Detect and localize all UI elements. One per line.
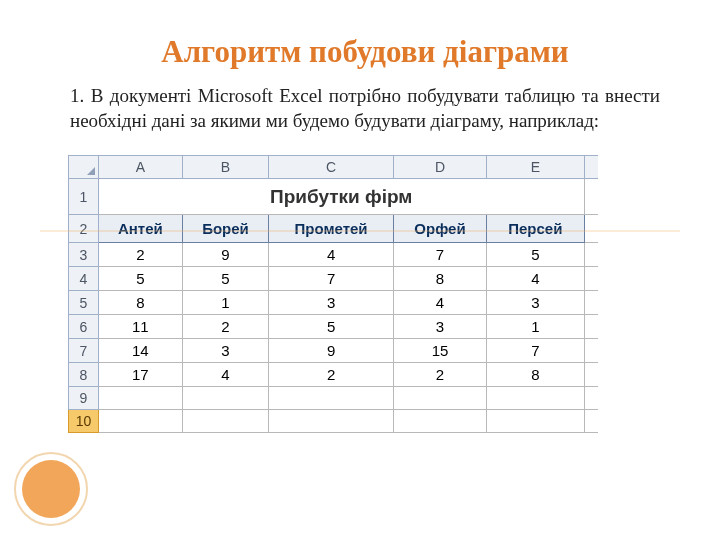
table-row: 4 5 5 7 8 4 — [69, 267, 599, 291]
cell-C6[interactable]: 5 — [269, 315, 394, 339]
row-num-1[interactable]: 1 — [69, 179, 99, 215]
cell-B9[interactable] — [182, 387, 268, 410]
table-row: 5 8 1 3 4 3 — [69, 291, 599, 315]
row-num-10[interactable]: 10 — [69, 410, 99, 433]
decorative-circle-icon — [22, 460, 80, 518]
col-letter-C[interactable]: C — [269, 156, 394, 179]
cell-A6[interactable]: 11 — [99, 315, 183, 339]
cell-B8[interactable]: 4 — [182, 363, 268, 387]
cell-F5[interactable] — [584, 291, 598, 315]
cell-B5[interactable]: 1 — [182, 291, 268, 315]
header-B[interactable]: Борей — [182, 215, 268, 243]
cell-E7[interactable]: 7 — [487, 339, 584, 363]
cell-D8[interactable]: 2 — [393, 363, 486, 387]
select-all-corner[interactable] — [69, 156, 99, 179]
cell-F4[interactable] — [584, 267, 598, 291]
cell-C9[interactable] — [269, 387, 394, 410]
cell-D4[interactable]: 8 — [393, 267, 486, 291]
table-header-row: 2 Антей Борей Прометей Орфей Персей — [69, 215, 599, 243]
row-num-5[interactable]: 5 — [69, 291, 99, 315]
table-row-empty: 9 — [69, 387, 599, 410]
cell-F1[interactable] — [584, 179, 598, 215]
table-row: 8 17 4 2 2 8 — [69, 363, 599, 387]
cell-F3[interactable] — [584, 243, 598, 267]
cell-E3[interactable]: 5 — [487, 243, 584, 267]
cell-C8[interactable]: 2 — [269, 363, 394, 387]
cell-F9[interactable] — [584, 387, 598, 410]
row-num-3[interactable]: 3 — [69, 243, 99, 267]
cell-E10[interactable] — [487, 410, 584, 433]
table-row-selected: 10 — [69, 410, 599, 433]
instruction-paragraph: 1. В документі Microsoft Excel потрібно … — [70, 84, 660, 133]
cell-F7[interactable] — [584, 339, 598, 363]
cell-A4[interactable]: 5 — [99, 267, 183, 291]
cell-E4[interactable]: 4 — [487, 267, 584, 291]
spreadsheet-table: A B C D E 1 Прибутки фірм 2 Антей Борей … — [68, 155, 598, 433]
cell-C4[interactable]: 7 — [269, 267, 394, 291]
table-row: 3 2 9 4 7 5 — [69, 243, 599, 267]
cell-D5[interactable]: 4 — [393, 291, 486, 315]
cell-B4[interactable]: 5 — [182, 267, 268, 291]
spreadsheet: A B C D E 1 Прибутки фірм 2 Антей Борей … — [68, 155, 598, 433]
cell-E6[interactable]: 1 — [487, 315, 584, 339]
accent-line — [40, 230, 680, 232]
cell-C3[interactable]: 4 — [269, 243, 394, 267]
header-E[interactable]: Персей — [487, 215, 584, 243]
cell-B7[interactable]: 3 — [182, 339, 268, 363]
cell-C7[interactable]: 9 — [269, 339, 394, 363]
cell-F2[interactable] — [584, 215, 598, 243]
row-num-8[interactable]: 8 — [69, 363, 99, 387]
col-letter-F[interactable] — [584, 156, 598, 179]
table-title-cell[interactable]: Прибутки фірм — [99, 179, 585, 215]
table-row: 6 11 2 5 3 1 — [69, 315, 599, 339]
cell-F6[interactable] — [584, 315, 598, 339]
cell-D9[interactable] — [393, 387, 486, 410]
cell-A5[interactable]: 8 — [99, 291, 183, 315]
cell-B3[interactable]: 9 — [182, 243, 268, 267]
header-A[interactable]: Антей — [99, 215, 183, 243]
cell-E5[interactable]: 3 — [487, 291, 584, 315]
cell-A8[interactable]: 17 — [99, 363, 183, 387]
slide: Алгоритм побудови діаграми 1. В документ… — [0, 0, 720, 540]
col-letter-D[interactable]: D — [393, 156, 486, 179]
col-letter-E[interactable]: E — [487, 156, 584, 179]
col-letter-A[interactable]: A — [99, 156, 183, 179]
row-num-4[interactable]: 4 — [69, 267, 99, 291]
cell-C5[interactable]: 3 — [269, 291, 394, 315]
row-num-6[interactable]: 6 — [69, 315, 99, 339]
table-title-row: 1 Прибутки фірм — [69, 179, 599, 215]
cell-A3[interactable]: 2 — [99, 243, 183, 267]
header-D[interactable]: Орфей — [393, 215, 486, 243]
cell-D7[interactable]: 15 — [393, 339, 486, 363]
row-num-9[interactable]: 9 — [69, 387, 99, 410]
page-title: Алгоритм побудови діаграми — [70, 34, 660, 70]
col-letter-B[interactable]: B — [182, 156, 268, 179]
cell-A9[interactable] — [99, 387, 183, 410]
cell-A7[interactable]: 14 — [99, 339, 183, 363]
cell-E8[interactable]: 8 — [487, 363, 584, 387]
cell-F8[interactable] — [584, 363, 598, 387]
cell-E9[interactable] — [487, 387, 584, 410]
cell-D10[interactable] — [393, 410, 486, 433]
row-num-7[interactable]: 7 — [69, 339, 99, 363]
table-row: 7 14 3 9 15 7 — [69, 339, 599, 363]
column-letters-row: A B C D E — [69, 156, 599, 179]
cell-D6[interactable]: 3 — [393, 315, 486, 339]
header-C[interactable]: Прометей — [269, 215, 394, 243]
cell-A10[interactable] — [99, 410, 183, 433]
cell-B10[interactable] — [182, 410, 268, 433]
cell-C10[interactable] — [269, 410, 394, 433]
cell-F10[interactable] — [584, 410, 598, 433]
cell-D3[interactable]: 7 — [393, 243, 486, 267]
cell-B6[interactable]: 2 — [182, 315, 268, 339]
row-num-2[interactable]: 2 — [69, 215, 99, 243]
